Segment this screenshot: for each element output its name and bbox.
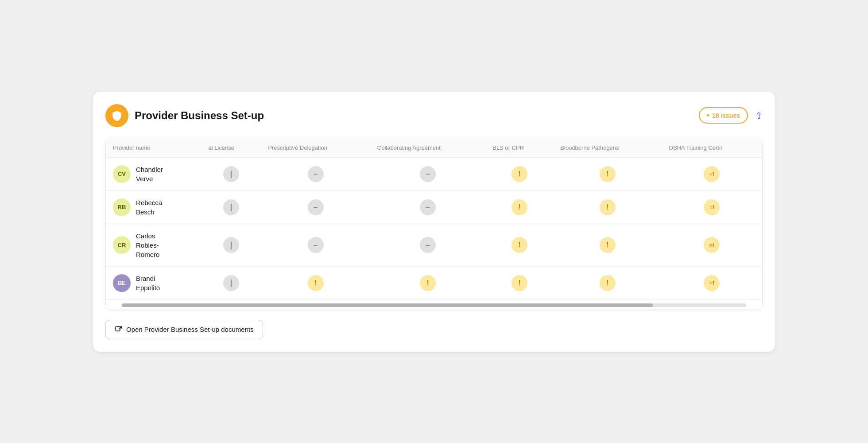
osha-status: ≡! — [662, 224, 762, 266]
provider-name: BrandiEppolito — [136, 274, 160, 292]
bls-status: ! — [485, 224, 553, 266]
header-right: 18 issues ⇧ — [699, 107, 763, 124]
prescriptive-status: – — [261, 224, 370, 266]
status-indicator: – — [308, 237, 324, 253]
status-indicator: ≡! — [704, 237, 720, 253]
license-status: | — [202, 190, 261, 224]
prescriptive-status: – — [261, 157, 370, 190]
col-bls-cpr: BLS or CPR — [485, 138, 553, 158]
table-wrapper: Provider name al License Prescriptive De… — [105, 138, 763, 311]
bls-status: ! — [485, 266, 553, 299]
bloodborne-status: ! — [553, 266, 661, 299]
osha-status: ≡! — [662, 266, 762, 299]
status-indicator: – — [420, 237, 436, 253]
status-indicator: ≡! — [704, 166, 720, 182]
status-indicator: ! — [600, 275, 616, 291]
prescriptive-status: ! — [261, 266, 370, 299]
status-indicator: – — [308, 199, 324, 215]
header-left: Provider Business Set-up — [105, 104, 264, 127]
status-indicator: ! — [600, 199, 616, 215]
status-indicator: ! — [512, 199, 527, 215]
col-osha-training: OSHA Training Certif — [662, 138, 762, 158]
table-row: BE BrandiEppolito | ! ! ! — [106, 266, 762, 299]
col-license: al License — [202, 138, 261, 158]
col-collaborating-agreement: Collaborating Agreement — [370, 138, 486, 158]
bloodborne-status: ! — [553, 157, 661, 190]
osha-status: ≡! — [662, 190, 762, 224]
col-bloodborne-pathogens: Bloodborne Pathogens — [553, 138, 661, 158]
license-status: | — [202, 224, 261, 266]
status-indicator: ! — [420, 275, 436, 291]
collaborating-status: – — [370, 157, 486, 190]
avatar: CR — [113, 236, 131, 254]
status-indicator: – — [420, 166, 436, 182]
provider-cell: CV ChandlerVerve — [106, 157, 202, 190]
status-indicator: ! — [512, 166, 527, 182]
open-documents-button[interactable]: Open Provider Business Set-up documents — [105, 320, 263, 339]
bls-status: ! — [485, 190, 553, 224]
status-indicator: ! — [600, 237, 616, 253]
collaborating-status: – — [370, 190, 486, 224]
providers-table: Provider name al License Prescriptive De… — [106, 138, 762, 311]
shield-icon — [105, 104, 128, 127]
provider-cell: BE BrandiEppolito — [106, 266, 202, 299]
provider-business-setup-card: Provider Business Set-up 18 issues ⇧ Pro… — [93, 92, 775, 352]
status-indicator: ! — [512, 237, 527, 253]
collaborating-status: – — [370, 224, 486, 266]
status-indicator: – — [308, 166, 324, 182]
provider-name: ChandlerVerve — [136, 165, 163, 183]
card-header: Provider Business Set-up 18 issues ⇧ — [105, 104, 763, 127]
bloodborne-status: ! — [553, 224, 661, 266]
provider-name: RebeccaBesch — [136, 198, 162, 217]
col-prescriptive-delegation: Prescriptive Delegation — [261, 138, 370, 158]
scrollbar-thumb[interactable] — [122, 303, 653, 307]
col-provider-name: Provider name — [106, 138, 202, 158]
provider-cell: CR CarlosRobles-Romero — [106, 224, 202, 266]
status-indicator: ≡! — [704, 275, 720, 291]
table-header-row: Provider name al License Prescriptive De… — [106, 138, 762, 158]
osha-status: ≡! — [662, 157, 762, 190]
status-indicator: ≡! — [704, 199, 720, 215]
table-row: CV ChandlerVerve | – – ! — [106, 157, 762, 190]
status-indicator: | — [223, 199, 239, 215]
status-indicator: | — [223, 237, 239, 253]
status-indicator: ! — [600, 166, 616, 182]
status-indicator: ! — [308, 275, 324, 291]
avatar: RB — [113, 198, 131, 216]
table-row: RB RebeccaBesch | – – ! — [106, 190, 762, 224]
avatar: BE — [113, 274, 131, 292]
issues-badge: 18 issues — [699, 107, 748, 124]
scrollbar-cell[interactable] — [106, 299, 762, 311]
page-title: Provider Business Set-up — [135, 109, 264, 122]
status-indicator: | — [223, 275, 239, 291]
provider-cell: RB RebeccaBesch — [106, 190, 202, 224]
open-button-label: Open Provider Business Set-up documents — [126, 326, 254, 333]
scrollbar-row — [106, 299, 762, 311]
bls-status: ! — [485, 157, 553, 190]
license-status: | — [202, 157, 261, 190]
license-status: | — [202, 266, 261, 299]
table-row: CR CarlosRobles-Romero | – – ! — [106, 224, 762, 266]
prescriptive-status: – — [261, 190, 370, 224]
bloodborne-status: ! — [553, 190, 661, 224]
status-indicator: ! — [512, 275, 527, 291]
provider-name: CarlosRobles-Romero — [136, 231, 159, 259]
status-indicator: – — [420, 199, 436, 215]
horizontal-scrollbar[interactable] — [122, 303, 746, 307]
external-link-icon — [115, 326, 123, 334]
chevron-up-icon[interactable]: ⇧ — [755, 110, 763, 121]
avatar: CV — [113, 165, 131, 183]
status-indicator: | — [223, 166, 239, 182]
collaborating-status: ! — [370, 266, 486, 299]
